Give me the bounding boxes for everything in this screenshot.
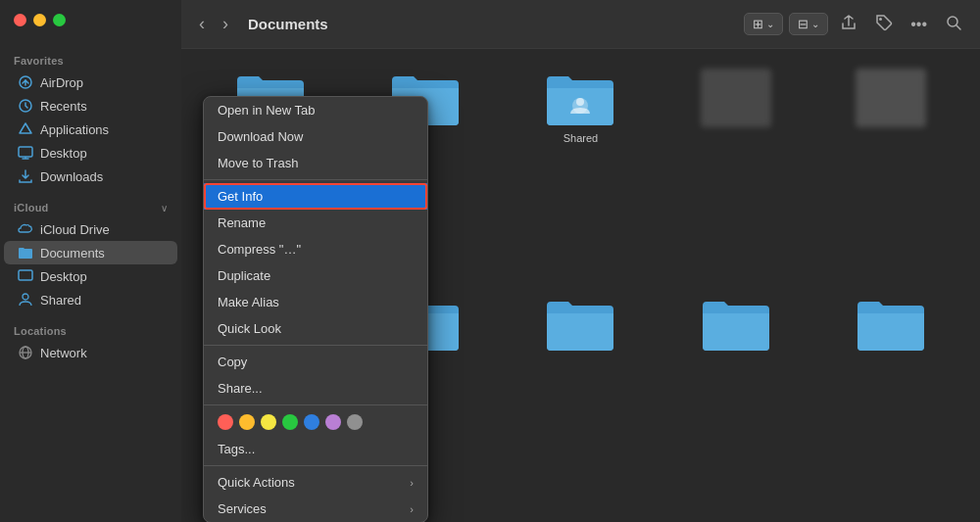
ctx-color-tags [204,408,427,436]
more-button[interactable]: ••• [905,12,933,37]
sidebar-item-network[interactable]: Network [4,341,177,364]
tag-color-blue[interactable] [304,414,319,430]
svg-rect-6 [19,270,32,280]
ctx-share[interactable]: Share... [204,375,427,402]
ctx-tags[interactable]: Tags... [204,436,427,462]
close-button[interactable] [14,14,26,26]
quick-actions-arrow-icon: › [410,477,414,489]
ctx-move-to-trash[interactable]: Move to Trash [204,150,427,176]
tag-color-orange[interactable] [239,414,255,430]
locations-label: Locations [0,319,181,341]
window-title: Documents [248,16,328,32]
sidebar-item-label: Recents [40,99,87,114]
icloud-section: iCloud ∨ [0,196,181,217]
back-button[interactable]: ‹ [193,10,211,38]
sidebar-item-label: Downloads [40,169,103,184]
ctx-separator-2 [204,345,427,346]
ctx-separator-3 [204,404,427,405]
sidebar-item-label: Desktop [40,269,87,284]
sidebar-item-shared[interactable]: Shared [4,288,177,311]
sidebar-item-label: Network [40,346,87,360]
tag-color-purple[interactable] [325,414,341,430]
cloud-icon [18,221,33,237]
ctx-make-alias[interactable]: Make Alias [204,289,427,315]
ctx-quick-actions[interactable]: Quick Actions › [204,469,427,496]
search-button[interactable] [939,10,968,39]
apps-icon [18,121,33,137]
maximize-button[interactable] [53,14,66,26]
icloud-chevron-icon[interactable]: ∨ [161,203,168,214]
view-options-button[interactable]: ⊟ ⌄ [789,13,828,35]
chevron-down-icon: ⌄ [766,19,774,29]
main-area: ‹ › Documents ⊞ ⌄ ⊟ ⌄ ••• [181,0,980,522]
svg-point-7 [23,294,28,300]
desktop-icloud-icon [18,268,33,284]
airdrop-icon [18,74,33,90]
ctx-get-info[interactable]: Get Info [204,183,427,210]
context-menu-overlay: Open in New Tab Download Now Move to Tra… [181,49,980,522]
sidebar-item-label: Documents [40,246,105,261]
network-icon [18,345,33,360]
favorites-label: Favorites [0,49,181,71]
svg-line-13 [956,25,960,29]
sidebar-item-documents[interactable]: Documents [4,241,177,264]
grid2-icon: ⊟ [798,17,808,31]
view-grid-button[interactable]: ⊞ ⌄ [744,13,783,35]
chevron-down2-icon: ⌄ [811,19,819,29]
folder-icon [18,245,33,261]
sidebar-item-desktop[interactable]: Desktop [4,141,177,165]
clock-icon [18,98,33,114]
sidebar-item-label: iCloud Drive [40,222,110,237]
minimize-button[interactable] [33,14,46,26]
downloads-icon [18,168,33,184]
shared-icon [18,292,33,308]
tag-color-green[interactable] [282,414,298,430]
sidebar-item-recents[interactable]: Recents [4,94,177,118]
sidebar-item-downloads[interactable]: Downloads [4,165,177,188]
sidebar: Favorites AirDrop Recents Applications D… [0,0,181,522]
tag-color-yellow[interactable] [261,414,276,430]
sidebar-item-label: Desktop [40,146,87,161]
sidebar-item-label: Shared [40,293,81,308]
ctx-copy[interactable]: Copy [204,349,427,375]
ctx-download-now[interactable]: Download Now [204,123,427,150]
sidebar-item-applications[interactable]: Applications [4,118,177,141]
ctx-open-new-tab[interactable]: Open in New Tab [204,97,427,123]
svg-point-11 [879,18,882,21]
sidebar-item-desktop-icloud[interactable]: Desktop [4,264,177,288]
tag-color-red[interactable] [218,414,233,430]
context-menu: Open in New Tab Download Now Move to Tra… [203,96,428,522]
share-button[interactable] [834,10,863,39]
tag-color-gray[interactable] [347,414,363,430]
sidebar-item-airdrop[interactable]: AirDrop [4,71,177,94]
tag-button[interactable] [869,10,899,39]
grid-icon: ⊞ [753,17,763,31]
ctx-separator-1 [204,179,427,180]
desktop-icon [18,145,33,161]
sidebar-item-icloud-drive[interactable]: iCloud Drive [4,217,177,241]
traffic-lights [14,14,66,26]
ctx-compress[interactable]: Compress "…" [204,236,427,262]
file-grid: Shared [181,49,980,522]
svg-rect-3 [19,147,32,157]
toolbar: ‹ › Documents ⊞ ⌄ ⊟ ⌄ ••• [181,0,980,49]
services-arrow-icon: › [410,503,414,515]
ctx-duplicate[interactable]: Duplicate [204,262,427,289]
sidebar-item-label: Applications [40,122,109,137]
ctx-rename[interactable]: Rename [204,210,427,236]
forward-button[interactable]: › [217,10,234,38]
icloud-label: iCloud [14,202,49,214]
ctx-separator-4 [204,465,427,466]
sidebar-item-label: AirDrop [40,75,83,90]
ctx-quick-look[interactable]: Quick Look [204,315,427,342]
ctx-services[interactable]: Services › [204,496,427,522]
